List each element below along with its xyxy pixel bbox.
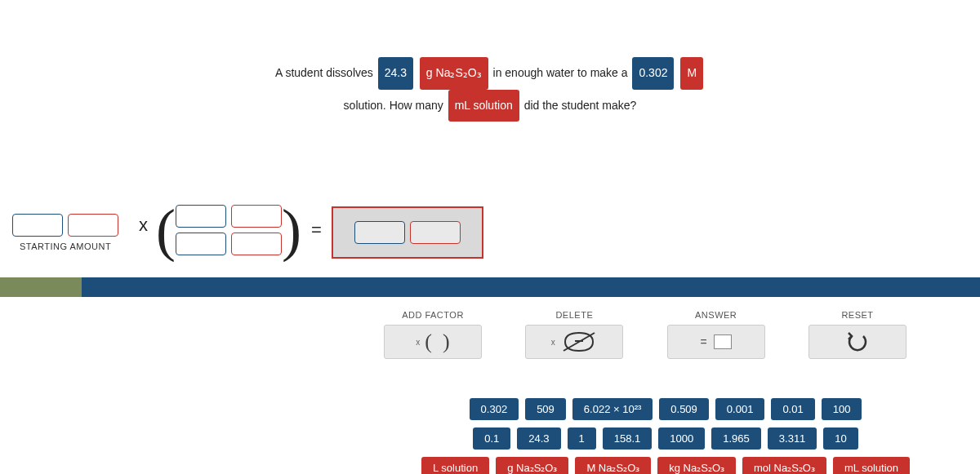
start-value-slot[interactable] [12, 214, 63, 237]
tile-number[interactable]: 0.1 [473, 427, 510, 450]
tile-unit[interactable]: mol Na₂S₂O₃ [742, 457, 826, 474]
q-amount-chip: 24.3 [378, 57, 413, 90]
answer-unit-slot[interactable] [410, 221, 461, 244]
tile-unit[interactable]: mL solution [833, 457, 910, 474]
tile-number[interactable]: 3.311 [768, 427, 817, 450]
tile-number[interactable]: 1 [568, 427, 596, 450]
reset-button[interactable] [808, 325, 906, 359]
starting-amount-block: STARTING AMOUNT [0, 214, 131, 251]
reset-label: RESET [841, 310, 873, 320]
tile-number[interactable]: 10 [823, 427, 858, 450]
tile-unit[interactable]: L solution [421, 457, 489, 474]
tile-unit[interactable]: g Na₂S₂O₃ [496, 457, 568, 474]
answer-label: ANSWER [695, 310, 737, 320]
unit-tiles-row: L solution g Na₂S₂O₃ M Na₂S₂O₃ kg Na₂S₂O… [368, 457, 964, 474]
tile-number[interactable]: 0.302 [470, 398, 519, 420]
tile-unit[interactable]: M Na₂S₂O₃ [575, 457, 651, 474]
q-molarity-chip: 0.302 [632, 57, 674, 90]
numer-value-slot[interactable] [176, 205, 226, 228]
tile-number[interactable]: 509 [525, 398, 566, 420]
delete-button[interactable]: x [525, 325, 623, 359]
denom-value-slot[interactable] [176, 233, 226, 255]
number-tiles-row1: 0.302 509 6.022 × 10²³ 0.509 0.001 0.01 … [368, 398, 964, 420]
multiply-symbol: x [131, 215, 156, 250]
starting-amount-label: STARTING AMOUNT [20, 241, 111, 251]
undo-icon [839, 330, 876, 354]
numer-unit-slot[interactable] [231, 205, 282, 228]
q-massunit-chip: g Na₂S₂O₃ [420, 57, 488, 90]
close-paren-icon: ) [282, 206, 301, 259]
open-paren-icon: ( [156, 206, 176, 259]
answer-value-slot[interactable] [354, 221, 405, 244]
q-part1: A student dissolves [275, 66, 373, 79]
tile-number[interactable]: 1.965 [711, 427, 761, 450]
add-factor-button[interactable]: x( ) [384, 325, 482, 359]
conversion-factor [176, 205, 282, 260]
start-unit-slot[interactable] [68, 214, 118, 237]
tile-number[interactable]: 1000 [658, 427, 705, 450]
equals-symbol: = [301, 219, 332, 246]
tile-number[interactable]: 0.509 [659, 398, 709, 420]
answer-button[interactable]: = [667, 325, 765, 359]
answer-group [332, 206, 483, 259]
answer-box-icon [714, 334, 732, 349]
number-tiles-row2: 0.1 24.3 1 158.1 1000 1.965 3.311 10 [368, 427, 964, 450]
section-divider-accent [0, 277, 82, 297]
denom-unit-slot[interactable] [231, 233, 282, 255]
q-molarityunit-chip: M [680, 57, 703, 90]
add-factor-label: ADD FACTOR [402, 310, 464, 320]
tile-number[interactable]: 100 [822, 398, 862, 420]
tile-number[interactable]: 158.1 [603, 427, 653, 450]
q-target-chip: mL solution [448, 90, 519, 122]
tile-number[interactable]: 6.022 × 10²³ [572, 398, 653, 420]
q-part3: solution. How many [344, 99, 443, 112]
tile-number[interactable]: 24.3 [517, 427, 560, 450]
question-text: A student dissolves 24.3 g Na₂S₂O₃ in en… [0, 57, 980, 122]
section-divider [0, 277, 980, 297]
equation-row: STARTING AMOUNT x ( ) = [0, 196, 980, 269]
delete-factor-icon [560, 330, 598, 354]
q-part2: in enough water to make a [493, 66, 628, 79]
tile-number[interactable]: 0.001 [715, 398, 765, 420]
tile-number[interactable]: 0.01 [771, 398, 814, 420]
q-part4: did the student make? [524, 99, 637, 112]
delete-label: DELETE [555, 310, 593, 320]
tile-unit[interactable]: kg Na₂S₂O₃ [657, 457, 736, 474]
tool-row: ADD FACTOR x( ) DELETE x ANSWER = RESET [376, 310, 915, 359]
